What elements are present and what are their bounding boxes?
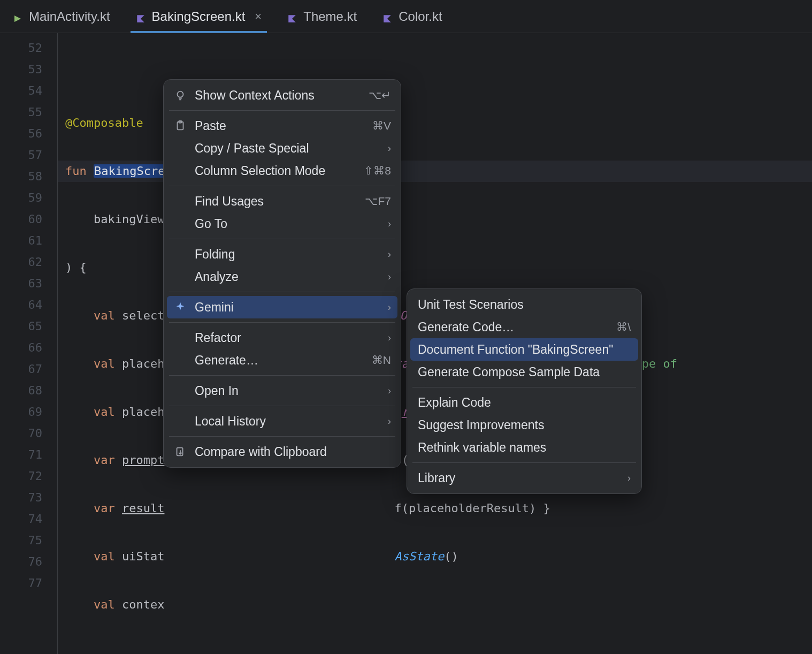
- code-line: val contex: [58, 594, 812, 615]
- menu-item-show-context-actions[interactable]: Show Context Actions⌥↵: [164, 84, 401, 107]
- line-number: 54: [0, 80, 57, 102]
- menu-item-label: Folding: [195, 247, 380, 262]
- submenu-item-label: Unit Test Scenarios: [418, 298, 631, 312]
- menu-separator: [412, 387, 636, 387]
- line-number: 57: [0, 145, 57, 166]
- tab-theme[interactable]: Theme.kt: [282, 0, 362, 33]
- gemini-submenu: Unit Test ScenariosGenerate Code…⌘\Docum…: [407, 288, 642, 494]
- line-number: 64: [0, 294, 57, 316]
- kotlin-file-icon: [136, 12, 145, 21]
- menu-separator: [169, 239, 395, 239]
- menu-item-label: Gemini: [195, 300, 380, 315]
- tab-label: Theme.kt: [303, 9, 357, 24]
- chevron-right-icon: ›: [388, 416, 391, 427]
- editor-tab-bar: MainActivity.kt BakingScreen.kt × Theme.…: [0, 0, 812, 33]
- submenu-item-label: Document Function "BakingScreen": [418, 343, 631, 357]
- submenu-item-label: Suggest Improvements: [418, 418, 631, 432]
- menu-item-local-history[interactable]: Local History›: [164, 410, 401, 432]
- chevron-right-icon: ›: [627, 473, 631, 484]
- menu-item-label: Column Selection Mode: [195, 164, 356, 178]
- line-number: 61: [0, 230, 57, 252]
- menu-shortcut: ⌥F7: [365, 195, 391, 208]
- tab-bakingscreen[interactable]: BakingScreen.kt ×: [131, 0, 267, 33]
- menu-separator: [412, 462, 636, 463]
- menu-item-gemini[interactable]: Gemini›: [167, 296, 397, 318]
- chevron-right-icon: ›: [388, 143, 391, 154]
- menu-item-go-to[interactable]: Go To›: [164, 212, 401, 235]
- menu-item-label: Local History: [195, 414, 380, 429]
- menu-item-paste[interactable]: Paste⌘V: [164, 115, 401, 137]
- line-number: 66: [0, 337, 57, 359]
- menu-item-label: Find Usages: [195, 194, 357, 209]
- menu-shortcut: ⌥↵: [369, 89, 391, 102]
- line-number: 60: [0, 209, 57, 230]
- line-number: 67: [0, 359, 57, 380]
- line-number: 71: [0, 444, 57, 466]
- tab-mainactivity[interactable]: MainActivity.kt: [7, 0, 116, 33]
- submenu-item-document-function-bakingscreen[interactable]: Document Function "BakingScreen": [410, 338, 638, 361]
- menu-item-find-usages[interactable]: Find Usages⌥F7: [164, 190, 401, 212]
- submenu-item-unit-test-scenarios[interactable]: Unit Test Scenarios: [407, 293, 641, 316]
- line-number: 62: [0, 252, 57, 273]
- line-number: 56: [0, 123, 57, 145]
- menu-item-label: Open In: [195, 384, 380, 398]
- chevron-right-icon: ›: [388, 302, 391, 313]
- line-number: 77: [0, 573, 57, 594]
- line-number: 58: [0, 166, 57, 187]
- kotlin-run-icon: [13, 12, 22, 21]
- menu-item-label: Paste: [195, 119, 365, 133]
- paste-icon: [173, 120, 187, 132]
- menu-item-label: Compare with Clipboard: [195, 445, 391, 459]
- submenu-item-label: Rethink variable names: [418, 440, 631, 455]
- line-number: 76: [0, 551, 57, 573]
- submenu-item-suggest-improvements[interactable]: Suggest Improvements: [407, 414, 641, 436]
- submenu-item-label: Generate Compose Sample Data: [418, 365, 631, 379]
- menu-item-column-selection-mode[interactable]: Column Selection Mode⇧⌘8: [164, 159, 401, 182]
- tab-color[interactable]: Color.kt: [377, 0, 447, 33]
- menu-item-label: Go To: [195, 217, 380, 231]
- menu-item-folding[interactable]: Folding›: [164, 243, 401, 265]
- menu-item-open-in[interactable]: Open In›: [164, 379, 401, 402]
- line-number: 53: [0, 59, 57, 80]
- tab-label: Color.kt: [399, 9, 442, 24]
- submenu-item-library[interactable]: Library›: [407, 467, 641, 489]
- context-menu: Show Context Actions⌥↵Paste⌘VCopy / Past…: [163, 79, 401, 468]
- submenu-item-rethink-variable-names[interactable]: Rethink variable names: [407, 436, 641, 459]
- menu-item-copy-paste-special[interactable]: Copy / Paste Special›: [164, 137, 401, 159]
- menu-item-generate[interactable]: Generate…⌘N: [164, 349, 401, 371]
- menu-shortcut: ⇧⌘8: [364, 164, 391, 177]
- gemini-icon: [173, 301, 187, 313]
- tab-label: BakingScreen.kt: [152, 9, 246, 24]
- code-editor[interactable]: 5253545556575859606162636465666768697071…: [0, 33, 812, 654]
- menu-separator: [169, 186, 395, 186]
- chevron-right-icon: ›: [388, 271, 391, 283]
- menu-separator: [169, 436, 395, 437]
- menu-shortcut: ⌘\: [616, 321, 631, 333]
- menu-item-compare-with-clipboard[interactable]: Compare with Clipboard: [164, 440, 401, 463]
- line-number: 73: [0, 487, 57, 508]
- menu-separator: [169, 406, 395, 406]
- kotlin-file-icon: [287, 12, 297, 21]
- submenu-item-explain-code[interactable]: Explain Code: [407, 391, 641, 414]
- line-number: 55: [0, 102, 57, 123]
- menu-item-label: Show Context Actions: [195, 88, 361, 103]
- menu-shortcut: ⌘V: [372, 119, 391, 132]
- menu-separator: [169, 292, 395, 292]
- line-number: 75: [0, 530, 57, 551]
- menu-separator: [169, 322, 395, 323]
- menu-item-refactor[interactable]: Refactor›: [164, 326, 401, 349]
- menu-item-label: Refactor: [195, 331, 380, 345]
- submenu-item-generate-compose-sample-data[interactable]: Generate Compose Sample Data: [407, 361, 641, 383]
- menu-item-label: Analyze: [195, 270, 380, 284]
- diff-icon: [173, 446, 187, 458]
- tab-label: MainActivity.kt: [29, 9, 110, 24]
- chevron-right-icon: ›: [388, 385, 391, 397]
- chevron-right-icon: ›: [388, 218, 391, 230]
- line-number: 63: [0, 273, 57, 294]
- submenu-item-generate-code[interactable]: Generate Code…⌘\: [407, 316, 641, 338]
- menu-item-analyze[interactable]: Analyze›: [164, 265, 401, 288]
- menu-item-label: Generate…: [195, 353, 364, 368]
- svg-point-0: [178, 92, 183, 97]
- close-icon[interactable]: ×: [255, 10, 262, 24]
- code-line: var resultf(placeholderResult) }: [58, 498, 812, 519]
